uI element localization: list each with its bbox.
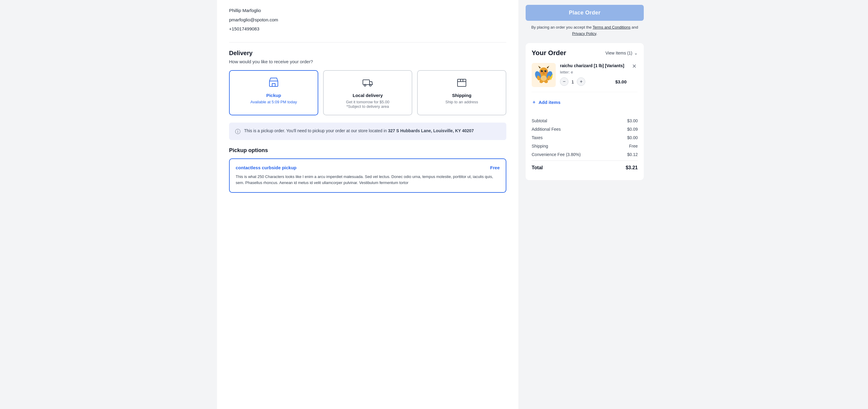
subtotal-value: $3.00	[627, 118, 638, 123]
box-icon	[423, 77, 501, 90]
total-value: $3.21	[626, 165, 638, 170]
svg-point-18	[542, 70, 542, 71]
add-items-button[interactable]: ＋ Add items	[532, 97, 561, 107]
convenience-fee-value: $0.12	[627, 152, 638, 157]
additional-fees-label: Additional Fees	[532, 127, 561, 132]
taxes-value: $0.00	[627, 135, 638, 140]
svg-point-19	[546, 70, 546, 71]
pickup-option-name: contactless curbside pickup	[236, 165, 297, 170]
place-order-button[interactable]: Place Order	[526, 5, 644, 21]
customer-phone: +15017499083	[229, 26, 506, 33]
item-name: raichu charizard [1 lb] [Variants]	[560, 63, 627, 69]
shipping-subtitle: Ship to an address	[423, 100, 501, 104]
item-image	[532, 63, 556, 87]
shipping-row: Shipping Free	[532, 144, 638, 148]
subtotal-row: Subtotal $3.00	[532, 118, 638, 123]
terms-text: By placing an order you accept the Terms…	[526, 24, 644, 37]
grand-total-row: Total $3.21	[532, 161, 638, 170]
order-summary: Your Order View Items (1) ⌄	[526, 43, 644, 180]
qty-value: 1	[571, 79, 574, 84]
customer-email: pmarfoglio@spoton.com	[229, 16, 506, 24]
svg-rect-3	[363, 80, 370, 84]
shipping-value: Free	[629, 144, 638, 148]
convenience-fee-row: Convenience Fee (3.80%) $0.12	[532, 152, 638, 157]
customer-info: Phillip Marfoglio pmarfoglio@spoton.com …	[229, 7, 506, 42]
delivery-section: Delivery How would you like to receive y…	[229, 50, 506, 193]
remove-item-button[interactable]: ✕	[631, 63, 638, 70]
customer-name: Phillip Marfoglio	[229, 7, 506, 14]
local-delivery-option[interactable]: Local delivery Get it tomorrow for $5.00…	[323, 70, 412, 115]
order-title: Your Order	[532, 49, 566, 57]
taxes-row: Taxes $0.00	[532, 135, 638, 140]
svg-point-20	[543, 72, 544, 73]
truck-icon	[329, 77, 407, 90]
pickup-option-card[interactable]: contactless curbside pickup Free This is…	[229, 159, 506, 193]
decrease-qty-button[interactable]: −	[560, 77, 568, 86]
svg-rect-1	[272, 83, 275, 87]
pickup-option-price: Free	[490, 165, 500, 170]
privacy-link[interactable]: Privacy Policy	[572, 31, 596, 36]
item-variant: letter: e	[560, 70, 627, 74]
increase-qty-button[interactable]: +	[577, 77, 585, 86]
pickup-option-header: contactless curbside pickup Free	[236, 165, 500, 170]
svg-point-27	[544, 80, 548, 83]
shipping-label: Shipping	[532, 144, 548, 148]
convenience-fee-label: Convenience Fee (3.80%)	[532, 152, 581, 157]
info-icon: ⓘ	[235, 128, 241, 135]
local-delivery-title: Local delivery	[329, 93, 407, 98]
delivery-subtitle: How would you like to receive your order…	[229, 59, 506, 64]
pickup-option-desc: This is what 250 Characters looks like I…	[236, 174, 500, 186]
view-items-label: View Items (1)	[606, 50, 632, 56]
item-price: $3.00	[615, 79, 627, 84]
terms-link[interactable]: Terms and Conditions	[592, 25, 630, 30]
chevron-down-icon: ⌄	[634, 50, 638, 56]
svg-point-4	[364, 84, 366, 86]
subtotal-label: Subtotal	[532, 118, 547, 123]
order-totals: Subtotal $3.00 Additional Fees $0.09 Tax…	[532, 113, 638, 170]
qty-controls: − 1 +	[560, 77, 585, 86]
svg-point-26	[539, 80, 543, 83]
item-controls: − 1 + $3.00	[560, 77, 627, 86]
pickup-options-title: Pickup options	[229, 147, 506, 154]
delivery-title: Delivery	[229, 50, 506, 57]
right-column: Place Order By placing an order you acce…	[518, 0, 651, 409]
item-details: raichu charizard [1 lb] [Variants] lette…	[560, 63, 627, 87]
pickup-option[interactable]: Pickup Available at 5:09 PM today	[229, 70, 318, 115]
order-item: raichu charizard [1 lb] [Variants] lette…	[532, 63, 638, 92]
total-label: Total	[532, 165, 543, 170]
svg-rect-6	[458, 79, 466, 87]
pickup-info-banner: ⓘ This is a pickup order. You'll need to…	[229, 123, 506, 140]
svg-point-28	[539, 71, 542, 74]
svg-point-5	[370, 84, 371, 86]
view-items-button[interactable]: View Items (1) ⌄	[606, 50, 638, 56]
pickup-title: Pickup	[235, 93, 313, 98]
store-icon	[235, 77, 313, 90]
delivery-options: Pickup Available at 5:09 PM today Local …	[229, 70, 506, 115]
shipping-title: Shipping	[423, 93, 501, 98]
local-delivery-subtitle: Get it tomorrow for $5.00*Subject to del…	[329, 100, 407, 109]
pickup-address: 327 S Hubbards Lane, Louisville, KY 4020…	[388, 128, 474, 133]
order-header: Your Order View Items (1) ⌄	[532, 49, 638, 57]
additional-fees-value: $0.09	[627, 127, 638, 132]
shipping-option[interactable]: Shipping Ship to an address	[417, 70, 506, 115]
plus-icon: ＋	[532, 99, 536, 105]
pickup-subtitle: Available at 5:09 PM today	[235, 100, 313, 104]
taxes-label: Taxes	[532, 135, 543, 140]
add-items-label: Add items	[538, 100, 561, 105]
svg-point-29	[546, 71, 548, 74]
pickup-info-text: This is a pickup order. You'll need to p…	[244, 127, 474, 134]
additional-fees-row: Additional Fees $0.09	[532, 127, 638, 132]
